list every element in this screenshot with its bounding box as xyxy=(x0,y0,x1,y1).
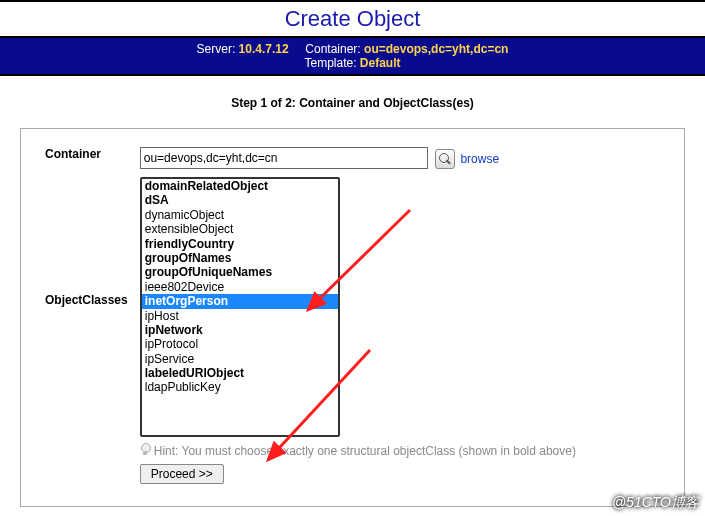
browse-link[interactable]: browse xyxy=(460,152,499,166)
step-heading: Step 1 of 2: Container and ObjectClass(e… xyxy=(0,76,705,128)
server-value: 10.4.7.12 xyxy=(239,42,289,56)
objectclass-option[interactable]: ipProtocol xyxy=(142,337,338,351)
objectclass-option[interactable]: labeledURIObject xyxy=(142,366,338,380)
objectclass-option[interactable]: dynamicObject xyxy=(142,208,338,222)
objectclass-option[interactable]: dSA xyxy=(142,193,338,207)
lightbulb-icon xyxy=(140,443,152,457)
objectclasses-field-label: ObjectClasses xyxy=(39,173,134,488)
container-label: Container: xyxy=(305,42,360,56)
watermark: @51CTO博客 xyxy=(612,494,699,512)
objectclass-option[interactable]: friendlyCountry xyxy=(142,237,338,251)
proceed-button[interactable]: Proceed >> xyxy=(140,464,224,484)
objectclass-option[interactable]: ipHost xyxy=(142,309,338,323)
objectclass-option[interactable]: inetOrgPerson xyxy=(142,294,338,308)
objectclass-option[interactable]: ipNetwork xyxy=(142,323,338,337)
container-field-label: Container xyxy=(39,143,134,173)
title-bar: Create Object xyxy=(0,0,705,38)
hint-row: Hint: You must choose exactly one struct… xyxy=(140,443,576,458)
server-label: Server: xyxy=(197,42,236,56)
objectclass-option[interactable]: ieee802Device xyxy=(142,280,338,294)
objectclass-option[interactable]: ipService xyxy=(142,352,338,366)
container-value: ou=devops,dc=yht,dc=cn xyxy=(364,42,508,56)
container-input[interactable] xyxy=(140,147,428,169)
hint-label: Hint: xyxy=(154,444,179,458)
template-value: Default xyxy=(360,56,401,70)
info-bar: Server: 10.4.7.12 Container: ou=devops,d… xyxy=(0,38,705,76)
page-title: Create Object xyxy=(285,6,421,31)
objectclass-option[interactable]: extensibleObject xyxy=(142,222,338,236)
objectclass-option[interactable]: groupOfNames xyxy=(142,251,338,265)
template-label: Template: xyxy=(304,56,356,70)
objectclass-option[interactable]: groupOfUniqueNames xyxy=(142,265,338,279)
search-icon[interactable] xyxy=(435,149,455,169)
objectclass-option[interactable]: domainRelatedObject xyxy=(142,179,338,193)
form-panel: Container browse ObjectClasses domainRel… xyxy=(20,128,685,507)
objectclass-option[interactable]: ldapPublicKey xyxy=(142,380,338,394)
objectclasses-select[interactable]: domainRelatedObjectdSAdynamicObjectexten… xyxy=(140,177,340,437)
hint-text: You must choose exactly one structural o… xyxy=(178,444,576,458)
